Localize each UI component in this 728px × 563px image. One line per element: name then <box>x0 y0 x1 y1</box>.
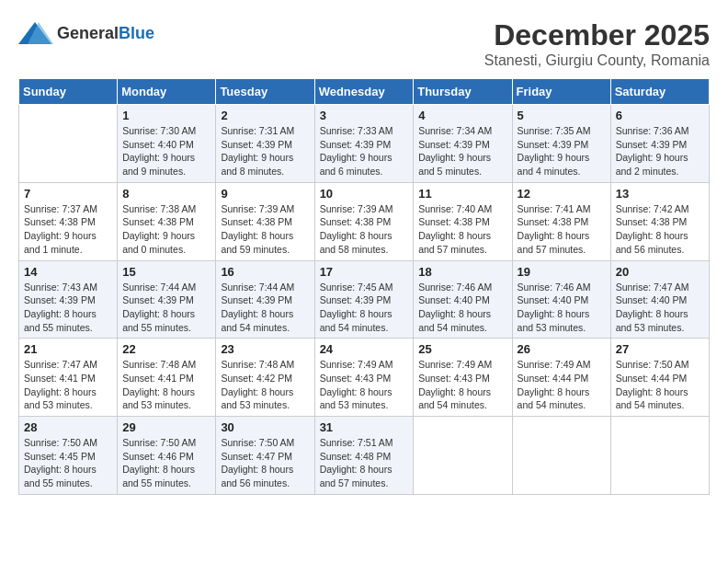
day-number: 14 <box>24 265 112 279</box>
day-info: Sunrise: 7:46 AM Sunset: 4:40 PM Dayligh… <box>518 281 606 335</box>
calendar-cell: 24Sunrise: 7:49 AM Sunset: 4:43 PM Dayli… <box>314 339 414 417</box>
calendar-cell: 10Sunrise: 7:39 AM Sunset: 4:38 PM Dayli… <box>314 182 414 260</box>
day-info: Sunrise: 7:39 AM Sunset: 4:38 PM Dayligh… <box>320 202 409 257</box>
day-info: Sunrise: 7:33 AM Sunset: 4:39 PM Dayligh… <box>320 124 409 178</box>
calendar-header-row: SundayMondayTuesdayWednesdayThursdayFrid… <box>19 79 710 105</box>
calendar-cell: 14Sunrise: 7:43 AM Sunset: 4:39 PM Dayli… <box>19 260 118 339</box>
logo-icon <box>18 18 53 48</box>
day-info: Sunrise: 7:36 AM Sunset: 4:39 PM Dayligh… <box>616 124 704 178</box>
calendar-cell: 13Sunrise: 7:42 AM Sunset: 4:38 PM Dayli… <box>610 182 709 260</box>
month-title: December 2025 <box>484 18 710 52</box>
calendar-week-2: 7Sunrise: 7:37 AM Sunset: 4:38 PM Daylig… <box>19 182 710 260</box>
day-number: 11 <box>418 187 506 201</box>
calendar-cell: 8Sunrise: 7:38 AM Sunset: 4:38 PM Daylig… <box>118 182 216 260</box>
day-info: Sunrise: 7:44 AM Sunset: 4:39 PM Dayligh… <box>221 281 309 335</box>
day-number: 28 <box>24 420 112 434</box>
day-info: Sunrise: 7:40 AM Sunset: 4:38 PM Dayligh… <box>418 202 506 257</box>
calendar-cell: 28Sunrise: 7:50 AM Sunset: 4:45 PM Dayli… <box>19 417 118 495</box>
day-number: 23 <box>221 342 309 356</box>
location-title: Stanesti, Giurgiu County, Romania <box>484 52 710 69</box>
day-info: Sunrise: 7:43 AM Sunset: 4:39 PM Dayligh… <box>24 281 112 335</box>
calendar-header-sunday: Sunday <box>19 79 118 105</box>
calendar-cell: 27Sunrise: 7:50 AM Sunset: 4:44 PM Dayli… <box>610 339 709 417</box>
calendar-header-friday: Friday <box>512 79 610 105</box>
day-info: Sunrise: 7:30 AM Sunset: 4:40 PM Dayligh… <box>122 124 210 178</box>
day-info: Sunrise: 7:42 AM Sunset: 4:38 PM Dayligh… <box>616 202 704 257</box>
calendar-table: SundayMondayTuesdayWednesdayThursdayFrid… <box>18 78 710 495</box>
day-number: 18 <box>418 265 506 279</box>
day-number: 25 <box>418 342 506 356</box>
day-info: Sunrise: 7:49 AM Sunset: 4:43 PM Dayligh… <box>418 358 506 412</box>
day-info: Sunrise: 7:37 AM Sunset: 4:38 PM Dayligh… <box>24 202 112 257</box>
calendar-cell <box>19 105 118 183</box>
day-info: Sunrise: 7:48 AM Sunset: 4:42 PM Dayligh… <box>221 358 309 412</box>
day-number: 31 <box>320 420 409 434</box>
day-number: 13 <box>616 187 704 201</box>
day-number: 5 <box>518 109 606 122</box>
calendar-cell <box>512 417 610 495</box>
day-number: 20 <box>616 265 704 279</box>
calendar-cell: 5Sunrise: 7:35 AM Sunset: 4:39 PM Daylig… <box>512 105 610 183</box>
day-info: Sunrise: 7:50 AM Sunset: 4:44 PM Dayligh… <box>616 358 704 412</box>
day-number: 16 <box>221 265 309 279</box>
day-number: 24 <box>320 342 409 356</box>
day-info: Sunrise: 7:48 AM Sunset: 4:41 PM Dayligh… <box>122 358 210 412</box>
logo-blue: Blue <box>119 24 154 42</box>
day-number: 15 <box>122 265 210 279</box>
day-info: Sunrise: 7:51 AM Sunset: 4:48 PM Dayligh… <box>320 436 409 490</box>
calendar-cell: 30Sunrise: 7:50 AM Sunset: 4:47 PM Dayli… <box>216 417 314 495</box>
calendar-cell: 7Sunrise: 7:37 AM Sunset: 4:38 PM Daylig… <box>19 182 118 260</box>
title-block: December 2025 Stanesti, Giurgiu County, … <box>484 18 710 69</box>
calendar-cell: 9Sunrise: 7:39 AM Sunset: 4:38 PM Daylig… <box>216 182 314 260</box>
day-number: 27 <box>616 342 704 356</box>
calendar-cell: 12Sunrise: 7:41 AM Sunset: 4:38 PM Dayli… <box>512 182 610 260</box>
calendar-cell: 17Sunrise: 7:45 AM Sunset: 4:39 PM Dayli… <box>314 260 414 339</box>
day-info: Sunrise: 7:31 AM Sunset: 4:39 PM Dayligh… <box>221 124 309 178</box>
calendar-header-saturday: Saturday <box>610 79 709 105</box>
day-number: 30 <box>221 420 309 434</box>
calendar-cell <box>414 417 512 495</box>
calendar-cell: 15Sunrise: 7:44 AM Sunset: 4:39 PM Dayli… <box>118 260 216 339</box>
day-info: Sunrise: 7:39 AM Sunset: 4:38 PM Dayligh… <box>221 202 309 257</box>
day-number: 17 <box>320 265 409 279</box>
calendar-header-thursday: Thursday <box>414 79 512 105</box>
calendar-week-5: 28Sunrise: 7:50 AM Sunset: 4:45 PM Dayli… <box>19 417 710 495</box>
day-info: Sunrise: 7:45 AM Sunset: 4:39 PM Dayligh… <box>320 281 409 335</box>
logo: GeneralBlue <box>18 18 154 48</box>
day-info: Sunrise: 7:49 AM Sunset: 4:44 PM Dayligh… <box>518 358 606 412</box>
day-number: 21 <box>24 342 112 356</box>
day-number: 9 <box>221 187 309 201</box>
calendar-cell: 22Sunrise: 7:48 AM Sunset: 4:41 PM Dayli… <box>118 339 216 417</box>
day-number: 1 <box>122 109 210 122</box>
calendar-week-3: 14Sunrise: 7:43 AM Sunset: 4:39 PM Dayli… <box>19 260 710 339</box>
calendar-cell: 1Sunrise: 7:30 AM Sunset: 4:40 PM Daylig… <box>118 105 216 183</box>
calendar-cell: 11Sunrise: 7:40 AM Sunset: 4:38 PM Dayli… <box>414 182 512 260</box>
calendar-cell <box>610 417 709 495</box>
logo-general: General <box>57 24 119 42</box>
day-info: Sunrise: 7:38 AM Sunset: 4:38 PM Dayligh… <box>122 202 210 257</box>
calendar-cell: 25Sunrise: 7:49 AM Sunset: 4:43 PM Dayli… <box>414 339 512 417</box>
day-info: Sunrise: 7:46 AM Sunset: 4:40 PM Dayligh… <box>418 281 506 335</box>
calendar-week-4: 21Sunrise: 7:47 AM Sunset: 4:41 PM Dayli… <box>19 339 710 417</box>
day-info: Sunrise: 7:50 AM Sunset: 4:47 PM Dayligh… <box>221 436 309 490</box>
calendar-cell: 31Sunrise: 7:51 AM Sunset: 4:48 PM Dayli… <box>314 417 414 495</box>
calendar-cell: 29Sunrise: 7:50 AM Sunset: 4:46 PM Dayli… <box>118 417 216 495</box>
day-number: 2 <box>221 109 309 122</box>
calendar-header-wednesday: Wednesday <box>314 79 414 105</box>
day-number: 29 <box>122 420 210 434</box>
calendar-cell: 20Sunrise: 7:47 AM Sunset: 4:40 PM Dayli… <box>610 260 709 339</box>
calendar-cell: 3Sunrise: 7:33 AM Sunset: 4:39 PM Daylig… <box>314 105 414 183</box>
calendar-cell: 18Sunrise: 7:46 AM Sunset: 4:40 PM Dayli… <box>414 260 512 339</box>
day-info: Sunrise: 7:50 AM Sunset: 4:46 PM Dayligh… <box>122 436 210 490</box>
day-number: 26 <box>518 342 606 356</box>
day-number: 4 <box>418 109 506 122</box>
calendar-cell: 16Sunrise: 7:44 AM Sunset: 4:39 PM Dayli… <box>216 260 314 339</box>
page-header: GeneralBlue December 2025 Stanesti, Giur… <box>18 18 710 69</box>
day-info: Sunrise: 7:50 AM Sunset: 4:45 PM Dayligh… <box>24 436 112 490</box>
day-number: 10 <box>320 187 409 201</box>
day-info: Sunrise: 7:44 AM Sunset: 4:39 PM Dayligh… <box>122 281 210 335</box>
calendar-cell: 2Sunrise: 7:31 AM Sunset: 4:39 PM Daylig… <box>216 105 314 183</box>
day-info: Sunrise: 7:47 AM Sunset: 4:41 PM Dayligh… <box>24 358 112 412</box>
day-info: Sunrise: 7:35 AM Sunset: 4:39 PM Dayligh… <box>518 124 606 178</box>
day-number: 19 <box>518 265 606 279</box>
